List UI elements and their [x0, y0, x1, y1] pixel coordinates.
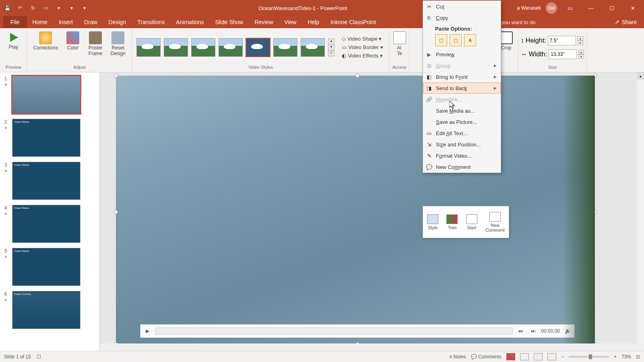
ctx-cut[interactable]: ✂Cut: [423, 1, 501, 12]
reset-design-button[interactable]: Reset Design: [108, 30, 128, 58]
slide-thumbnail-1[interactable]: [12, 76, 80, 114]
slide-thumbnail-6[interactable]: Ocean Currents: [12, 291, 80, 329]
quick-access-icon[interactable]: ▾: [68, 4, 76, 12]
paste-option-1[interactable]: 📋: [435, 34, 447, 46]
resize-handle[interactable]: [355, 74, 359, 78]
normal-view-button[interactable]: [506, 353, 515, 360]
ctx-size-position[interactable]: ⇲Size and Position...: [423, 139, 501, 150]
ctx-bring-to-front[interactable]: ◧Bring to Front▶: [423, 71, 501, 82]
zoom-out-button[interactable]: −: [561, 354, 564, 360]
undo-icon[interactable]: ↶: [16, 4, 24, 12]
notes-button[interactable]: ≡ Notes: [449, 354, 466, 360]
gallery-scroll[interactable]: ▴▾≡: [328, 39, 334, 56]
video-seek-track[interactable]: [155, 327, 513, 335]
spell-check-icon[interactable]: ☐: [37, 354, 41, 360]
canvas-scrollbar-v[interactable]: ▴: [637, 72, 644, 351]
resize-handle[interactable]: [114, 210, 118, 214]
paste-option-3[interactable]: A: [464, 34, 476, 46]
ctx-edit-alt-text[interactable]: ▭Edit Alt Text...: [423, 128, 501, 139]
ribbon-options-icon[interactable]: ▭: [562, 0, 578, 16]
slideshow-view-button[interactable]: [547, 353, 556, 360]
share-button[interactable]: ↗Share: [615, 19, 637, 25]
ctx-copy[interactable]: ⎘Copy: [423, 12, 501, 23]
tab-home[interactable]: Home: [27, 16, 53, 28]
zoom-level[interactable]: 73%: [621, 354, 631, 360]
ctx-send-to-back[interactable]: ◨Send to Back▶: [423, 82, 501, 94]
effects-icon: ◐: [342, 53, 346, 59]
maximize-icon[interactable]: ☐: [604, 0, 620, 16]
tab-classpoint[interactable]: Inknoe ClassPoint: [325, 16, 382, 28]
color-button[interactable]: Color: [63, 30, 83, 52]
style-thumbnail[interactable]: [273, 38, 297, 57]
mini-trim-button[interactable]: Trim: [446, 214, 458, 230]
poster-frame-button[interactable]: Poster Frame: [85, 30, 105, 58]
paste-option-2[interactable]: 📋: [450, 34, 462, 46]
ctx-format-video[interactable]: ✎Format Video...: [423, 150, 501, 161]
slide-thumbnail-5[interactable]: Ocean Waves: [12, 248, 80, 286]
resize-handle[interactable]: [593, 74, 597, 78]
quick-access-more-icon[interactable]: ▾: [80, 4, 89, 12]
minimize-icon[interactable]: —: [583, 0, 599, 16]
reading-view-button[interactable]: [534, 353, 543, 360]
start-from-beginning-icon[interactable]: ▭: [42, 4, 50, 12]
video-styles-gallery[interactable]: ▴▾≡: [136, 38, 334, 57]
main-area: 1★ 2★Ocean Waves 3★Ocean Waves 4★Ocean W…: [0, 72, 644, 351]
alt-text-button[interactable]: Al Te: [390, 30, 410, 58]
width-input[interactable]: [549, 49, 577, 59]
tab-animations[interactable]: Animations: [170, 16, 209, 28]
play-button[interactable]: Play: [4, 30, 24, 51]
slide-sorter-button[interactable]: [520, 353, 529, 360]
ctx-save-picture[interactable]: Save as Picture...: [423, 116, 501, 128]
border-icon: ▭: [342, 44, 347, 50]
play-pause-button[interactable]: ▶: [142, 326, 153, 336]
close-icon[interactable]: ✕: [625, 0, 641, 16]
step-back-button[interactable]: ⏮: [515, 326, 526, 336]
video-effects-button[interactable]: ◐Video Effects ▾: [340, 52, 385, 60]
mini-new-comment-button[interactable]: New Comment: [485, 212, 505, 232]
tab-slideshow[interactable]: Slide Show: [209, 16, 249, 28]
video-border-button[interactable]: ▭Video Border ▾: [340, 43, 385, 51]
redo-icon[interactable]: ↻: [29, 4, 37, 12]
style-thumbnail-selected[interactable]: [246, 38, 270, 57]
trim-icon: [446, 214, 458, 224]
slide-thumbnail-3[interactable]: Ocean Waves: [12, 162, 80, 200]
user-avatar[interactable]: SW: [546, 2, 557, 14]
tab-insert[interactable]: Insert: [53, 16, 78, 28]
mini-start-button[interactable]: Start: [466, 214, 477, 230]
height-input[interactable]: [548, 36, 576, 45]
height-spinner[interactable]: ▴▾: [578, 36, 583, 45]
style-thumbnail[interactable]: [191, 38, 215, 57]
corrections-button[interactable]: Corrections: [31, 30, 60, 52]
quick-access-icon[interactable]: ▾: [55, 4, 63, 12]
zoom-slider[interactable]: [569, 356, 609, 358]
style-thumbnail[interactable]: [164, 38, 188, 57]
ctx-save-media[interactable]: Save Media as...: [423, 105, 501, 116]
comments-button[interactable]: 💬 Comments: [471, 354, 502, 360]
style-thumbnail[interactable]: [219, 38, 243, 57]
slide-thumbnail-4[interactable]: Ocean Waves: [12, 205, 80, 243]
tab-review[interactable]: Review: [249, 16, 279, 28]
fit-to-window-button[interactable]: ⊡: [636, 354, 640, 360]
video-object[interactable]: ▶ ⏮ ⏭ 00:00.00 🔊: [116, 76, 595, 344]
video-shape-button[interactable]: ◇Video Shape ▾: [340, 35, 385, 43]
zoom-in-button[interactable]: +: [614, 354, 617, 360]
save-icon[interactable]: 💾: [3, 4, 11, 12]
step-forward-button[interactable]: ⏭: [528, 326, 539, 336]
resize-handle[interactable]: [114, 74, 118, 78]
width-spinner[interactable]: ▴▾: [578, 50, 584, 59]
style-thumbnail[interactable]: [136, 38, 161, 57]
resize-handle[interactable]: [593, 210, 597, 214]
tab-design[interactable]: Design: [103, 16, 132, 28]
slide-thumbnail-2[interactable]: Ocean Waves: [12, 119, 80, 157]
tab-help[interactable]: Help: [302, 16, 325, 28]
tab-draw[interactable]: Draw: [78, 16, 103, 28]
tab-transitions[interactable]: Transitions: [132, 16, 170, 28]
ctx-preview[interactable]: ▶Preview: [423, 49, 501, 60]
mute-button[interactable]: 🔊: [562, 326, 573, 336]
ctx-new-comment[interactable]: 💬New Comment: [423, 161, 501, 173]
canvas-scrollbar-h[interactable]: [100, 343, 644, 351]
mini-style-button[interactable]: Style: [427, 214, 438, 230]
tab-view[interactable]: View: [279, 16, 302, 28]
tab-file[interactable]: File: [3, 16, 27, 28]
style-thumbnail[interactable]: [301, 38, 325, 57]
